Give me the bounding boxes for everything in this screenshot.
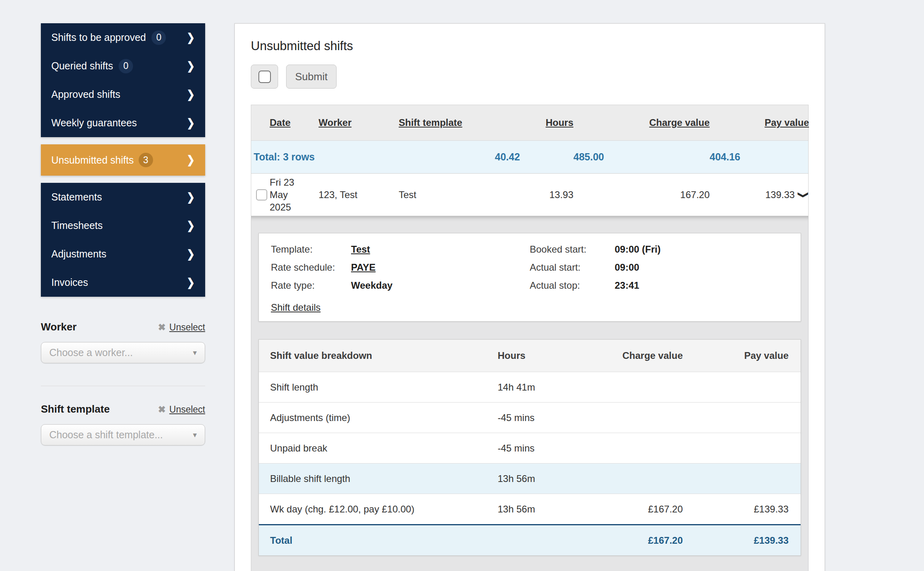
shift-detail-card: Template: Test Rate schedule: PAYE Rate … (258, 233, 801, 322)
shift-value-breakdown-card: Shift value breakdown Hours Charge value… (258, 339, 801, 556)
sidebar-item-approved-shifts[interactable]: Approved shifts ❯ (41, 80, 205, 109)
sidebar-item-label: Statements (51, 191, 102, 203)
toolbar: Submit (251, 65, 809, 89)
row-checkbox[interactable] (256, 189, 267, 200)
totals-charge-value: 485.00 (573, 151, 710, 163)
sidebar-item-queried-shifts[interactable]: Queried shifts 0 ❯ (41, 52, 205, 80)
shift-pay-amount: 139.33 (765, 189, 795, 200)
chevron-right-icon: ❯ (187, 219, 195, 232)
expanded-shift-detail: Template: Test Rate schedule: PAYE Rate … (251, 216, 808, 571)
totals-label: Total: 3 rows (251, 151, 495, 163)
template-link[interactable]: Test (351, 244, 370, 255)
breakdown-row-charge: £167.20 (599, 504, 683, 515)
shift-hours: 13.93 (495, 189, 573, 200)
breakdown-row-label: Wk day (chg. £12.00, pay £10.00) (259, 504, 498, 515)
actual-stop-value: 23:41 (615, 280, 639, 291)
rate-type-label: Rate type: (271, 280, 351, 291)
select-all-checkbox-button[interactable] (251, 65, 278, 89)
count-badge: 3 (139, 153, 153, 167)
rate-schedule-label: Rate schedule: (271, 262, 351, 273)
sort-date-header[interactable]: Date (270, 105, 319, 140)
x-icon: ✖ (158, 322, 165, 333)
actual-start-label: Actual start: (530, 262, 615, 273)
sidebar-item-label: Weekly guarantees (51, 117, 137, 129)
breakdown-pay-header: Pay value (683, 350, 801, 361)
breakdown-row-label: Unpaid break (259, 443, 498, 454)
breakdown-row-unpaid-break: Unpaid break -45 mins (259, 433, 801, 463)
sort-pay-value-header[interactable]: Pay value (710, 105, 809, 140)
shift-pay-value: 139.33 ❯ (710, 189, 809, 200)
breakdown-row-label: Shift length (259, 382, 498, 393)
rate-schedule-link[interactable]: PAYE (351, 262, 375, 273)
sidebar-item-adjustments[interactable]: Adjustments ❯ (41, 240, 205, 268)
sidebar-item-label: Approved shifts (51, 89, 120, 100)
breakdown-row-hours: -45 mins (498, 412, 599, 423)
totals-hours: 40.42 (495, 151, 573, 163)
sort-shift-template-header[interactable]: Shift template (399, 105, 495, 140)
worker-filter-label: Worker (41, 321, 77, 333)
actual-start-value: 09:00 (615, 262, 639, 273)
chevron-right-icon: ❯ (187, 247, 195, 260)
sidebar-item-statements[interactable]: Statements ❯ (41, 183, 205, 211)
shifts-table-header: Date Worker Shift template Hours Charge … (251, 105, 808, 140)
breakdown-total-charge: £167.20 (599, 535, 683, 546)
select-all-checkbox[interactable] (258, 71, 271, 83)
breakdown-header: Shift value breakdown Hours Charge value… (259, 340, 801, 372)
shift-row[interactable]: Fri 23May2025 123, Test Test 13.93 167.2… (251, 173, 808, 216)
sidebar: Shifts to be approved 0 ❯ Queried shifts… (41, 23, 205, 297)
worker-select-placeholder: Choose a worker... (49, 347, 193, 358)
page-title: Unsubmitted shifts (251, 39, 809, 53)
chevron-right-icon: ❯ (187, 116, 195, 129)
filter-panel: Worker ✖ Unselect Choose a worker... ▾ S… (41, 321, 205, 445)
sidebar-item-timesheets[interactable]: Timesheets ❯ (41, 211, 205, 240)
breakdown-total-row: Total £167.20 £139.33 (259, 524, 801, 555)
sidebar-item-label: Shifts to be approved (51, 32, 146, 43)
dropdown-caret-icon: ▾ (193, 348, 197, 357)
worker-unselect-link[interactable]: ✖ Unselect (158, 322, 205, 333)
sidebar-item-unsubmitted-shifts-active[interactable]: Unsubmitted shifts 3 ❯ (41, 144, 205, 176)
chevron-right-icon: ❯ (187, 31, 195, 44)
sidebar-item-label: Queried shifts (51, 60, 113, 72)
shift-charge-value: 167.20 (573, 189, 710, 200)
unselect-label: Unselect (169, 404, 205, 415)
shift-details-link[interactable]: Shift details (271, 302, 321, 313)
sidebar-item-weekly-guarantees[interactable]: Weekly guarantees ❯ (41, 109, 205, 137)
actual-stop-label: Actual stop: (530, 280, 615, 291)
sidebar-item-label: Unsubmitted shifts (51, 154, 134, 166)
breakdown-row-billable-length: Billable shift length 13h 56m (259, 463, 801, 494)
shift-template-select[interactable]: Choose a shift template... ▾ (41, 424, 205, 445)
rate-type-value: Weekday (351, 280, 393, 291)
shift-template-unselect-link[interactable]: ✖ Unselect (158, 404, 205, 415)
breakdown-row-wk-day-rate: Wk day (chg. £12.00, pay £10.00) 13h 56m… (259, 494, 801, 524)
chevron-right-icon: ❯ (187, 59, 195, 72)
shift-template-select-placeholder: Choose a shift template... (49, 429, 193, 441)
count-badge: 0 (151, 30, 166, 45)
sidebar-item-shifts-to-be-approved[interactable]: Shifts to be approved 0 ❯ (41, 23, 205, 52)
chevron-right-icon: ❯ (187, 154, 195, 166)
chevron-down-icon[interactable]: ❯ (798, 191, 810, 198)
breakdown-hours-header: Hours (498, 350, 599, 361)
breakdown-row-hours: -45 mins (498, 443, 599, 454)
shift-template-filter-label: Shift template (41, 403, 110, 415)
chevron-right-icon: ❯ (187, 88, 195, 101)
sort-worker-header[interactable]: Worker (319, 105, 399, 140)
submit-button[interactable]: Submit (286, 65, 337, 89)
unselect-label: Unselect (169, 322, 205, 333)
sidebar-item-label: Adjustments (51, 248, 107, 260)
sort-hours-header[interactable]: Hours (495, 105, 573, 140)
chevron-right-icon: ❯ (187, 276, 195, 289)
totals-row: Total: 3 rows 40.42 485.00 404.16 (251, 140, 808, 173)
worker-select[interactable]: Choose a worker... ▾ (41, 342, 205, 363)
header-spacer (251, 111, 270, 135)
breakdown-row-hours: 14h 41m (498, 382, 599, 393)
shift-worker: 123, Test (319, 189, 399, 200)
breakdown-row-label: Adjustments (time) (259, 412, 498, 423)
breakdown-total-label: Total (259, 535, 498, 546)
detail-right-column: Booked start: 09:00 (Fri) Actual start: … (530, 244, 789, 313)
sidebar-item-invoices[interactable]: Invoices ❯ (41, 268, 205, 297)
sort-charge-value-header[interactable]: Charge value (573, 105, 710, 140)
chevron-right-icon: ❯ (187, 190, 195, 203)
totals-pay-value: 404.16 (710, 151, 809, 163)
shift-template-name: Test (399, 189, 495, 200)
dropdown-caret-icon: ▾ (193, 430, 197, 439)
